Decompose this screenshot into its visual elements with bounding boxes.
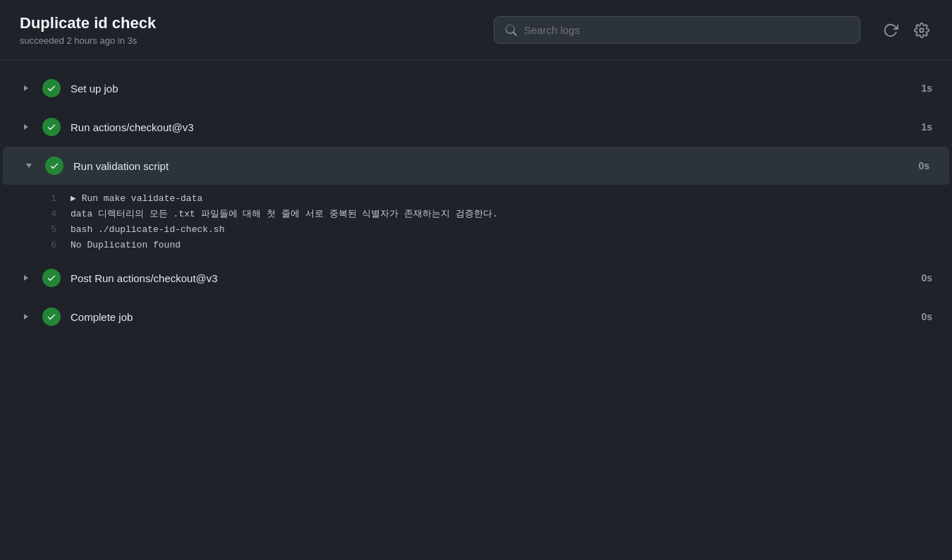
status-success-icon xyxy=(45,157,63,175)
search-box[interactable] xyxy=(494,16,860,44)
log-line: 5 bash ./duplicate-id-check.sh xyxy=(42,222,932,238)
page-title: Duplicate id check xyxy=(20,14,156,32)
chevron-right-icon xyxy=(20,123,32,131)
steps-list: Set up job 1s Run actions/checkout@v3 1s… xyxy=(0,61,952,345)
log-line-number: 4 xyxy=(42,207,56,222)
log-line-text: data 디렉터리의 모든 .txt 파일들에 대해 첫 줄에 서로 중복된 식… xyxy=(71,207,498,222)
header: Duplicate id check succeeded 2 hours ago… xyxy=(0,0,952,61)
refresh-icon xyxy=(883,23,898,38)
gear-icon xyxy=(914,23,929,38)
step-label: Post Run actions/checkout@v3 xyxy=(71,272,897,284)
log-line-text: No Duplication found xyxy=(71,238,181,253)
log-line-number: 1 xyxy=(42,191,56,207)
page-subtitle: succeeded 2 hours ago in 3s xyxy=(20,35,156,46)
status-success-icon xyxy=(42,79,61,97)
step-duration: 0s xyxy=(907,311,932,322)
log-line-number: 6 xyxy=(42,238,56,253)
chevron-right-icon xyxy=(20,274,32,282)
step-label: Complete job xyxy=(71,311,897,323)
status-success-icon xyxy=(42,308,61,326)
title-block: Duplicate id check succeeded 2 hours ago… xyxy=(20,14,156,46)
step-label: Set up job xyxy=(71,83,897,95)
search-icon xyxy=(506,25,517,36)
status-success-icon xyxy=(42,118,61,136)
step-row[interactable]: Complete job 0s xyxy=(0,298,952,336)
step-row-expanded[interactable]: Run validation script 0s xyxy=(3,147,949,185)
step-duration: 0s xyxy=(907,272,932,284)
log-line: 4 data 디렉터리의 모든 .txt 파일들에 대해 첫 줄에 서로 중복된… xyxy=(42,207,932,222)
log-output: 1 ▶ Run make validate-data 4 data 디렉터리의 … xyxy=(0,185,952,259)
log-line-text: bash ./duplicate-id-check.sh xyxy=(71,222,224,238)
step-label: Run actions/checkout@v3 xyxy=(71,121,897,133)
log-line: 1 ▶ Run make validate-data xyxy=(42,191,932,207)
step-duration: 1s xyxy=(907,83,932,94)
chevron-right-icon xyxy=(20,84,32,92)
step-label: Run validation script xyxy=(73,160,894,172)
chevron-right-icon xyxy=(20,312,32,321)
search-input[interactable] xyxy=(524,24,848,36)
log-line-number: 5 xyxy=(42,222,56,238)
step-duration: 1s xyxy=(907,121,932,133)
chevron-down-icon xyxy=(23,162,35,169)
svg-point-0 xyxy=(920,28,924,32)
log-line-text: ▶ Run make validate-data xyxy=(71,191,202,207)
refresh-button[interactable] xyxy=(880,20,901,41)
step-duration: 0s xyxy=(904,160,929,171)
settings-button[interactable] xyxy=(911,20,932,41)
step-row[interactable]: Post Run actions/checkout@v3 0s xyxy=(0,259,952,298)
step-row[interactable]: Run actions/checkout@v3 1s xyxy=(0,108,952,147)
step-row[interactable]: Set up job 1s xyxy=(0,69,952,108)
header-actions xyxy=(880,20,932,41)
status-success-icon xyxy=(42,269,61,287)
log-line: 6 No Duplication found xyxy=(42,238,932,253)
